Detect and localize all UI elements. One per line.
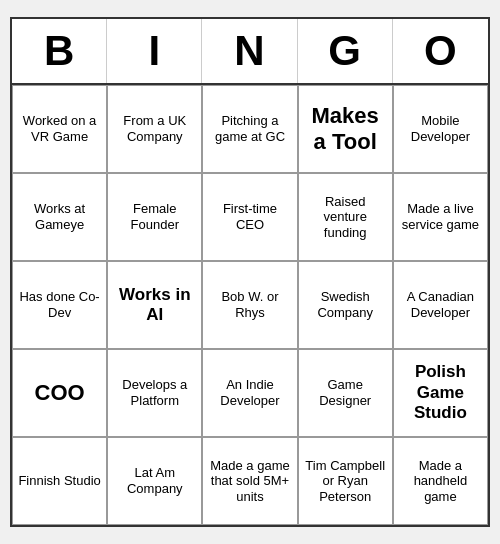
bingo-cell-14[interactable]: A Canadian Developer — [393, 261, 488, 349]
bingo-cell-17[interactable]: An Indie Developer — [202, 349, 297, 437]
bingo-letter-i: I — [107, 19, 202, 83]
bingo-cell-22[interactable]: Made a game that sold 5M+ units — [202, 437, 297, 525]
bingo-card: BINGO Worked on a VR GameFrom a UK Compa… — [10, 17, 490, 527]
bingo-cell-5[interactable]: Works at Gameye — [12, 173, 107, 261]
bingo-letter-o: O — [393, 19, 488, 83]
bingo-cell-16[interactable]: Develops a Platform — [107, 349, 202, 437]
bingo-cell-8[interactable]: Raised venture funding — [298, 173, 393, 261]
bingo-cell-19[interactable]: Polish Game Studio — [393, 349, 488, 437]
bingo-letter-b: B — [12, 19, 107, 83]
bingo-cell-10[interactable]: Has done Co-Dev — [12, 261, 107, 349]
bingo-cell-3[interactable]: Makes a Tool — [298, 85, 393, 173]
bingo-letter-n: N — [202, 19, 297, 83]
bingo-cell-13[interactable]: Swedish Company — [298, 261, 393, 349]
bingo-cell-6[interactable]: Female Founder — [107, 173, 202, 261]
bingo-cell-9[interactable]: Made a live service game — [393, 173, 488, 261]
bingo-cell-23[interactable]: Tim Campbell or Ryan Peterson — [298, 437, 393, 525]
bingo-cell-12[interactable]: Bob W. or Rhys — [202, 261, 297, 349]
bingo-letter-g: G — [298, 19, 393, 83]
bingo-cell-11[interactable]: Works in AI — [107, 261, 202, 349]
bingo-cell-24[interactable]: Made a handheld game — [393, 437, 488, 525]
bingo-cell-0[interactable]: Worked on a VR Game — [12, 85, 107, 173]
bingo-cell-7[interactable]: First-time CEO — [202, 173, 297, 261]
bingo-grid: Worked on a VR GameFrom a UK CompanyPitc… — [12, 85, 488, 525]
bingo-cell-15[interactable]: COO — [12, 349, 107, 437]
bingo-cell-20[interactable]: Finnish Studio — [12, 437, 107, 525]
bingo-cell-4[interactable]: Mobile Developer — [393, 85, 488, 173]
bingo-cell-1[interactable]: From a UK Company — [107, 85, 202, 173]
bingo-cell-21[interactable]: Lat Am Company — [107, 437, 202, 525]
bingo-cell-2[interactable]: Pitching a game at GC — [202, 85, 297, 173]
bingo-cell-18[interactable]: Game Designer — [298, 349, 393, 437]
bingo-header: BINGO — [12, 19, 488, 85]
